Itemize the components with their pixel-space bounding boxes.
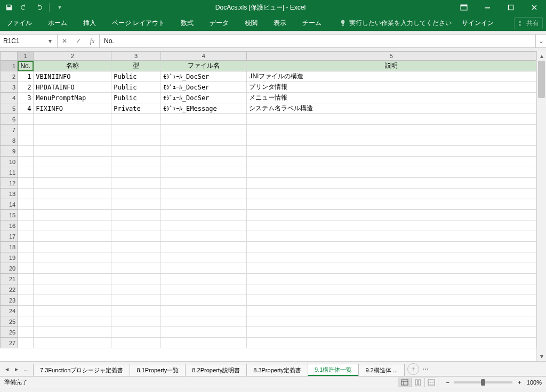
cell[interactable]: Public xyxy=(111,93,161,103)
row-header[interactable]: 24 xyxy=(1,306,18,316)
tab-team[interactable]: チーム xyxy=(299,17,325,30)
cell[interactable] xyxy=(246,178,536,189)
cell[interactable] xyxy=(34,242,111,252)
cell[interactable] xyxy=(246,242,536,252)
cell[interactable] xyxy=(160,231,246,242)
row-header[interactable]: 27 xyxy=(1,338,18,348)
cell[interactable]: ﾓｼﾞｭｰﾙ_DocSer xyxy=(160,82,246,93)
cell[interactable] xyxy=(111,284,161,295)
save-icon[interactable] xyxy=(4,3,14,12)
cell[interactable]: 名称 xyxy=(34,61,111,71)
row-header[interactable]: 3 xyxy=(1,82,18,93)
cell[interactable] xyxy=(246,199,536,210)
cell[interactable] xyxy=(111,146,161,157)
cell[interactable] xyxy=(18,220,34,231)
cell[interactable] xyxy=(111,135,161,146)
cell[interactable]: メニュー情報 xyxy=(246,93,536,103)
cell[interactable] xyxy=(160,178,246,189)
cell[interactable] xyxy=(34,306,111,316)
cell[interactable]: FIXINFO xyxy=(34,103,111,114)
cell[interactable] xyxy=(160,316,246,327)
cell[interactable] xyxy=(111,114,161,125)
cell[interactable] xyxy=(34,284,111,295)
row-header[interactable]: 16 xyxy=(1,220,18,231)
row-header[interactable]: 25 xyxy=(1,316,18,327)
cell[interactable] xyxy=(246,220,536,231)
cell[interactable]: No. xyxy=(18,61,34,71)
cell[interactable] xyxy=(160,189,246,199)
sheet-tab[interactable]: 9.1構造体一覧 xyxy=(308,364,359,376)
cell[interactable] xyxy=(18,199,34,210)
tab-nav-next-icon[interactable]: ▸ xyxy=(13,365,20,373)
cell[interactable] xyxy=(160,114,246,125)
cell[interactable]: ﾓｼﾞｭｰﾙ_EMessage xyxy=(160,103,246,114)
cell[interactable] xyxy=(246,231,536,242)
cell[interactable]: MenuPromptMap xyxy=(34,93,111,103)
row-header[interactable]: 22 xyxy=(1,284,18,295)
row-header[interactable]: 20 xyxy=(1,263,18,274)
row-header[interactable]: 26 xyxy=(1,327,18,338)
cell[interactable] xyxy=(246,263,536,274)
cell[interactable] xyxy=(246,114,536,125)
formula-input[interactable] xyxy=(100,35,535,47)
scroll-up-icon[interactable]: ▴ xyxy=(537,51,546,61)
cell[interactable] xyxy=(111,263,161,274)
column-header[interactable]: 2 xyxy=(34,52,111,61)
cell[interactable] xyxy=(34,316,111,327)
tab-view[interactable]: 表示 xyxy=(270,17,290,30)
cell[interactable] xyxy=(160,274,246,284)
column-header[interactable]: 3 xyxy=(111,52,161,61)
cell[interactable] xyxy=(246,252,536,263)
cell[interactable] xyxy=(34,135,111,146)
cell[interactable] xyxy=(34,178,111,189)
cell[interactable] xyxy=(160,327,246,338)
signin-link[interactable]: サインイン xyxy=(462,19,494,28)
cell[interactable] xyxy=(18,135,34,146)
redo-icon[interactable] xyxy=(34,3,44,12)
cell[interactable] xyxy=(160,199,246,210)
cell[interactable] xyxy=(111,125,161,135)
zoom-in-button[interactable]: ＋ xyxy=(517,378,523,386)
cell[interactable] xyxy=(18,189,34,199)
row-header[interactable]: 1 xyxy=(1,61,18,71)
share-button[interactable]: 共有 xyxy=(514,17,543,29)
cell[interactable] xyxy=(160,167,246,178)
cell[interactable] xyxy=(111,306,161,316)
sheet-tab[interactable]: 8.3Property定義書 xyxy=(246,364,308,376)
view-page-layout-icon[interactable] xyxy=(411,378,425,387)
minimize-button[interactable] xyxy=(476,0,499,15)
cell[interactable] xyxy=(18,316,34,327)
cell[interactable] xyxy=(160,220,246,231)
cell[interactable] xyxy=(111,199,161,210)
cell[interactable] xyxy=(34,125,111,135)
row-header[interactable]: 13 xyxy=(1,189,18,199)
cell[interactable] xyxy=(246,157,536,167)
cell[interactable]: 1 xyxy=(18,71,34,82)
cell[interactable] xyxy=(18,338,34,348)
cell[interactable] xyxy=(34,210,111,220)
qat-customize-icon[interactable]: ▼ xyxy=(55,3,65,12)
cell[interactable] xyxy=(18,114,34,125)
enter-icon[interactable]: ✓ xyxy=(71,37,85,45)
zoom-slider[interactable] xyxy=(454,381,512,383)
cell[interactable] xyxy=(111,295,161,306)
name-box[interactable]: R1C1 ▾ xyxy=(0,35,58,47)
cell[interactable] xyxy=(34,252,111,263)
sheet-tab[interactable]: 7.3Functionプロシージャ定義書 xyxy=(33,364,130,376)
cell[interactable]: 4 xyxy=(18,103,34,114)
scrollbar-thumb[interactable] xyxy=(538,61,545,98)
ribbon-display-options-icon[interactable] xyxy=(452,0,476,15)
view-page-break-icon[interactable] xyxy=(424,378,438,387)
cell[interactable] xyxy=(160,135,246,146)
cell[interactable] xyxy=(111,316,161,327)
cell[interactable] xyxy=(246,327,536,338)
select-all-corner[interactable] xyxy=(1,52,18,61)
tab-page-layout[interactable]: ページ レイアウト xyxy=(109,17,168,30)
cell[interactable] xyxy=(160,306,246,316)
row-header[interactable]: 9 xyxy=(1,146,18,157)
row-header[interactable]: 21 xyxy=(1,274,18,284)
cell[interactable] xyxy=(34,157,111,167)
cell[interactable] xyxy=(111,157,161,167)
tab-home[interactable]: ホーム xyxy=(45,17,70,30)
cell[interactable] xyxy=(111,178,161,189)
